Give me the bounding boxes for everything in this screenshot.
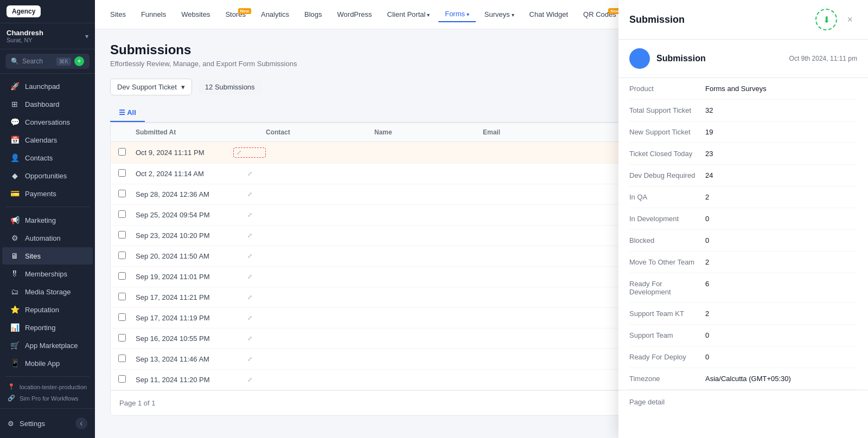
expand-button[interactable]: ⤢ [233, 191, 266, 198]
sidebar-item-payments[interactable]: 💳 Payments [2, 185, 93, 202]
sidebar-item-calendars[interactable]: 📅 Calendars [2, 131, 93, 149]
topnav-client-portal[interactable]: Client Portal [381, 7, 437, 22]
expand-button[interactable]: ⤢ [233, 356, 266, 363]
row-checkbox[interactable] [118, 375, 126, 383]
sidebar-item-label: Sites [25, 252, 41, 260]
memberships-icon: 🎖 [10, 269, 20, 278]
sidebar-item-label: Memberships [25, 270, 67, 278]
submission-date: Oct 9th 2024, 11:11 pm [789, 55, 857, 62]
field-label: Product [629, 85, 705, 93]
expand-button[interactable]: ⤢ [233, 211, 266, 218]
page-detail-label: Page detail [629, 398, 665, 406]
field-value: 2 [705, 310, 857, 318]
submitted-at: Sep 20, 2024 11:50 AM [136, 252, 233, 260]
col-contact: Contact [266, 128, 374, 136]
close-button[interactable]: × [843, 12, 857, 28]
expand-button[interactable]: ⤢ [233, 253, 266, 260]
field-label: Total Support Ticket [629, 106, 705, 114]
sidebar-item-settings[interactable]: ⚙ Settings ‹ [0, 413, 95, 434]
submitted-at: Sep 11, 2024 11:20 PM [136, 376, 233, 384]
field-label: New Support Ticket [629, 128, 705, 136]
field-label: Move To Other Team [629, 258, 705, 266]
sidebar-item-media-storage[interactable]: 🗂 Media Storage [2, 283, 93, 300]
topnav-qr-codes[interactable]: QR Codes New [577, 7, 623, 22]
data-row-ready-for-deploy: Ready For Deploy 0 [629, 346, 857, 368]
sidebar-item-marketing[interactable]: 📢 Marketing [2, 211, 93, 229]
sidebar-item-contacts[interactable]: 👤 Contacts [2, 149, 93, 166]
row-checkbox[interactable] [118, 355, 126, 362]
field-label: Blocked [629, 236, 705, 244]
row-checkbox[interactable] [118, 334, 126, 342]
sim-pro-icon: 🔗 [8, 395, 15, 402]
download-button[interactable]: ⬇ [815, 9, 837, 30]
col-checkbox [118, 128, 136, 136]
row-checkbox[interactable] [118, 190, 126, 197]
topnav-sites[interactable]: Sites [104, 7, 132, 22]
media-storage-icon: 🗂 [10, 287, 20, 296]
expand-button[interactable]: ⤢ [233, 232, 266, 239]
row-checkbox[interactable] [118, 148, 126, 156]
add-icon[interactable]: + [74, 56, 84, 66]
filter-dropdown[interactable]: Dev Support Ticket ▾ [110, 79, 192, 95]
topnav-blogs[interactable]: Blogs [298, 7, 329, 22]
col-name: Name [374, 128, 483, 136]
data-row-product: Product Forms and Surveys [629, 78, 857, 100]
sidebar-item-label: Reporting [25, 324, 55, 332]
submitted-at: Sep 19, 2024 11:01 PM [136, 273, 233, 281]
row-checkbox[interactable] [118, 293, 126, 300]
topnav-stores[interactable]: Stores New [219, 7, 252, 22]
expand-button[interactable]: ⤢ [233, 376, 266, 383]
row-checkbox[interactable] [118, 210, 126, 218]
submitted-at: Sep 28, 2024 12:36 AM [136, 190, 233, 198]
row-checkbox[interactable] [118, 252, 126, 259]
nav-divider [5, 207, 90, 207]
row-checkbox[interactable] [118, 272, 126, 280]
sidebar-item-app-marketplace[interactable]: 🛒 App Marketplace [2, 337, 93, 354]
submissions-count: 12 Submissions [199, 80, 261, 94]
calendars-icon: 📅 [10, 136, 20, 144]
sidebar-item-location-tester[interactable]: 📍 location-tester-production [0, 381, 95, 392]
topnav-surveys[interactable]: Surveys [478, 7, 521, 22]
sidebar-item-automation[interactable]: ⚙ Automation [2, 229, 93, 247]
launchpad-icon: 🚀 [10, 82, 20, 91]
topnav-chat-widget[interactable]: Chat Widget [523, 7, 575, 22]
topnav-funnels[interactable]: Funnels [135, 7, 173, 22]
sidebar-item-reporting[interactable]: 📊 Reporting [2, 319, 93, 336]
expand-button[interactable]: ⤢ [233, 273, 266, 280]
row-checkbox[interactable] [118, 231, 126, 239]
field-value: 32 [705, 106, 857, 114]
user-profile[interactable]: Chandresh Surat, NY ▾ [0, 23, 95, 49]
sidebar-item-launchpad[interactable]: 🚀 Launchpad [2, 78, 93, 95]
nav-divider-2 [5, 376, 90, 377]
sidebar-item-label: App Marketplace [25, 342, 78, 350]
topnav-websites[interactable]: Websites [175, 7, 216, 22]
sidebar-item-reputation[interactable]: ⭐ Reputation [2, 301, 93, 318]
opportunities-icon: ◆ [10, 171, 20, 180]
sidebar-item-sim-pro[interactable]: 🔗 Sim Pro for Workflows [0, 392, 95, 404]
row-checkbox[interactable] [118, 169, 126, 177]
logo: Agency [7, 5, 41, 17]
sidebar-item-conversations[interactable]: 💬 Conversations [2, 113, 93, 131]
data-row-move-to-other-team: Move To Other Team 2 [629, 252, 857, 273]
sidebar-item-opportunities[interactable]: ◆ Opportunities [2, 167, 93, 184]
expand-button[interactable]: ⤢ [233, 335, 266, 342]
collapse-icon[interactable]: ‹ [75, 417, 87, 429]
expand-button[interactable]: ⤢ [233, 170, 266, 177]
submitted-at: Sep 25, 2024 09:54 PM [136, 211, 233, 219]
sidebar-logo-area: Agency [0, 0, 95, 23]
field-value: 23 [705, 150, 857, 158]
expand-button[interactable]: ⤢ [233, 147, 266, 158]
tab-all[interactable]: ☰ All [110, 104, 145, 122]
field-value: 0 [705, 215, 857, 223]
sidebar-item-memberships[interactable]: 🎖 Memberships [2, 265, 93, 282]
row-checkbox[interactable] [118, 313, 126, 321]
expand-button[interactable]: ⤢ [233, 294, 266, 301]
topnav-wordpress[interactable]: WordPress [331, 7, 379, 22]
topnav-analytics[interactable]: Analytics [254, 7, 296, 22]
search-box[interactable]: 🔍 Search ⌘K + [5, 54, 90, 69]
sidebar-item-dashboard[interactable]: ⊞ Dashboard [2, 95, 93, 113]
sidebar-item-mobile-app[interactable]: 📱 Mobile App [2, 355, 93, 372]
sidebar-item-sites[interactable]: 🖥 Sites [2, 247, 93, 265]
expand-button[interactable]: ⤢ [233, 314, 266, 321]
topnav-forms[interactable]: Forms [438, 7, 476, 22]
